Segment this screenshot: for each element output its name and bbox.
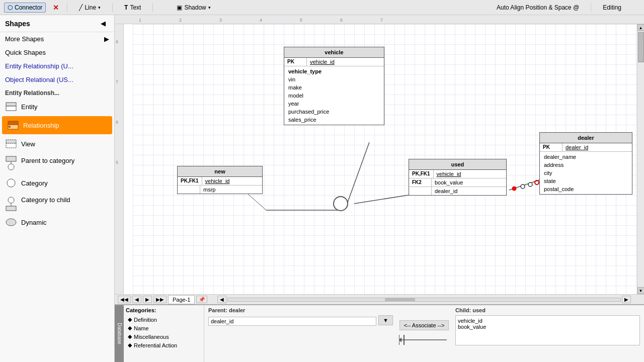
cat-item-misc[interactable]: ◆ Miscellaneous (126, 332, 202, 341)
canvas-area[interactable]: 1 2 3 4 5 6 7 6 7 8 5 (115, 15, 644, 304)
nav-prev-btn[interactable]: ◀ (132, 296, 141, 303)
connector-btn[interactable]: ⬡ Connector (4, 3, 46, 13)
child-field-1: vehicle_id (458, 318, 637, 324)
diagram-canvas[interactable]: vehicle PK vehicle_id vehicle_type vin m… (133, 24, 637, 294)
table-used-row1: PK,FK1 vehicle_id (409, 170, 506, 178)
table-new[interactable]: new PK,FK1 vehicle_id msrp (177, 166, 263, 194)
connector-close[interactable]: ✕ (53, 4, 59, 12)
bottom-navigation-bar: ◀◀ ◀ ▶ ▶▶ Page-1 📌 ◀ ▶ (115, 294, 644, 304)
auto-align-btn[interactable]: Auto Align Position & Space @ (493, 3, 583, 13)
cat-arrow-definition: ◆ (128, 316, 132, 323)
table-vehicle[interactable]: vehicle PK vehicle_id vehicle_type vin m… (284, 47, 384, 125)
scroll-up-btn[interactable]: ▲ (637, 24, 645, 31)
table-used[interactable]: used PK,FK1 vehicle_id FK2 book_value de… (409, 159, 507, 196)
scroll-right-btn[interactable]: ▶ (622, 296, 631, 303)
ruler-mark-6: 6 (340, 18, 343, 23)
cat-arrow-name: ◆ (128, 325, 132, 331)
table-new-row2: msrp (178, 186, 262, 194)
view-icon (5, 138, 17, 150)
prop-categories: Categories: ◆ Definition ◆ Name ◆ Miscel… (124, 305, 204, 362)
scroll-thumb-v[interactable] (638, 32, 644, 62)
line-btn[interactable]: ╱ Line ▾ (75, 3, 104, 13)
svg-rect-6 (6, 143, 16, 148)
entity-rel-section: Entity Relationsh... (0, 86, 114, 98)
table-new-header: new (178, 166, 262, 177)
category-label: Category (21, 179, 48, 187)
cat-item-definition[interactable]: ◆ Definition (126, 315, 202, 324)
sidebar-item-more-shapes[interactable]: More Shapes ▶ (0, 32, 114, 46)
svg-rect-13 (6, 206, 16, 211)
sidebar-item-view[interactable]: View (0, 135, 114, 153)
sidebar-item-entity-rel[interactable]: Entity Relationship (U... (0, 59, 114, 73)
table-vehicle-pk-row: PK vehicle_id (284, 58, 384, 66)
entity-icon (5, 101, 17, 113)
svg-line-19 (509, 180, 539, 190)
cat-child-label: Category to child (21, 196, 70, 205)
ruler-mark-v6: 6 (116, 39, 118, 44)
cat-arrow-misc: ◆ (128, 333, 132, 340)
obj-rel-label: Object Relational (US... (5, 76, 73, 83)
cat-item-name[interactable]: ◆ Name (126, 324, 202, 332)
prop-child-section: Child: used vehicle_id book_value (451, 305, 644, 362)
properties-panel: Database Categories: ◆ Definition ◆ Name… (115, 304, 644, 362)
main-layout: Shapes ◀ More Shapes ▶ Quick Shapes Enti… (0, 15, 644, 362)
relationship-label: Relationship (23, 122, 59, 129)
table-dealer-pk-row: PK dealer_id (540, 143, 632, 152)
shadow-btn[interactable]: ▣ Shadow ▾ (173, 3, 214, 13)
parent-field-input[interactable] (208, 317, 376, 326)
connector-bar: ⬡ Connector ✕ ╱ Line ▾ T Text ▣ Shadow ▾… (0, 0, 644, 15)
sidebar-item-obj-rel[interactable]: Object Relational (US... (0, 73, 114, 86)
nav-next-btn[interactable]: ▶ (143, 296, 152, 303)
more-shapes-arrow: ▶ (104, 35, 109, 43)
svg-point-8 (8, 164, 14, 170)
scroll-thumb-h[interactable] (385, 298, 415, 301)
parent-input-row: ▼ (208, 315, 393, 327)
sidebar-item-parent-category[interactable]: Parent to category (0, 153, 114, 174)
editing-btn[interactable]: Editing (599, 3, 625, 13)
table-used-row2: FK2 book_value (409, 178, 506, 187)
svg-rect-0 (6, 103, 16, 106)
text-btn[interactable]: T Text (121, 3, 144, 13)
scroll-left-btn[interactable]: ◀ (217, 296, 226, 303)
ruler-horizontal: 1 2 3 4 5 6 7 (115, 15, 644, 24)
cat-item-ref-action[interactable]: ◆ Referential Action (126, 341, 202, 349)
shadow-label: Shadow (184, 4, 206, 11)
ruler-mark-v5: 5 (116, 160, 118, 165)
associate-btn[interactable]: <-- Associate --> (399, 320, 449, 330)
table-vehicle-fields: vehicle_type vin make model year purchas… (284, 66, 384, 125)
ruler-mark-3: 3 (219, 18, 222, 23)
prop-sidebar-tab[interactable]: Database (115, 305, 124, 362)
nav-last-btn[interactable]: ▶▶ (153, 296, 167, 303)
sidebar-header: Shapes ◀ (0, 15, 114, 32)
view-label: View (21, 140, 35, 148)
page-settings-btn[interactable]: 📌 (196, 296, 207, 303)
dynamic-icon (5, 216, 17, 228)
relationship-icon (7, 119, 19, 131)
ruler-vertical: 6 7 8 5 (115, 24, 124, 294)
nav-first-btn[interactable]: ◀◀ (118, 296, 131, 303)
sidebar-item-quick-shapes[interactable]: Quick Shapes (0, 46, 114, 59)
sidebar-collapse-btn[interactable]: ◀ (97, 18, 109, 29)
sidebar-item-entity[interactable]: Entity (0, 98, 114, 116)
sidebar-item-dynamic[interactable]: Dynamic (0, 213, 114, 231)
svg-point-21 (521, 185, 525, 189)
quick-shapes-label: Quick Shapes (5, 49, 46, 56)
table-dealer[interactable]: dealer PK dealer_id dealer_name address … (539, 132, 632, 195)
parent-dropdown-btn[interactable]: ▼ (378, 315, 393, 325)
sidebar-item-cat-child[interactable]: Category to child (0, 192, 114, 213)
page-tab-1[interactable]: Page-1 (168, 295, 195, 304)
svg-point-11 (8, 197, 14, 203)
sidebar-item-category[interactable]: Category (0, 174, 114, 192)
svg-point-22 (528, 183, 532, 187)
svg-point-10 (7, 179, 15, 187)
scrollbar-vertical[interactable]: ▲ ▼ (637, 24, 644, 294)
text-label: Text (130, 4, 141, 11)
entity-rel-label: Entity Relationship (U... (5, 62, 73, 70)
sidebar: Shapes ◀ More Shapes ▶ Quick Shapes Enti… (0, 15, 115, 362)
svg-rect-7 (6, 156, 16, 161)
sidebar-item-relationship[interactable]: Relationship (2, 116, 112, 134)
svg-rect-5 (6, 140, 16, 143)
scroll-down-btn[interactable]: ▼ (637, 287, 645, 294)
sidebar-title: Shapes (5, 20, 30, 28)
parent-category-label: Parent to category (21, 157, 74, 165)
